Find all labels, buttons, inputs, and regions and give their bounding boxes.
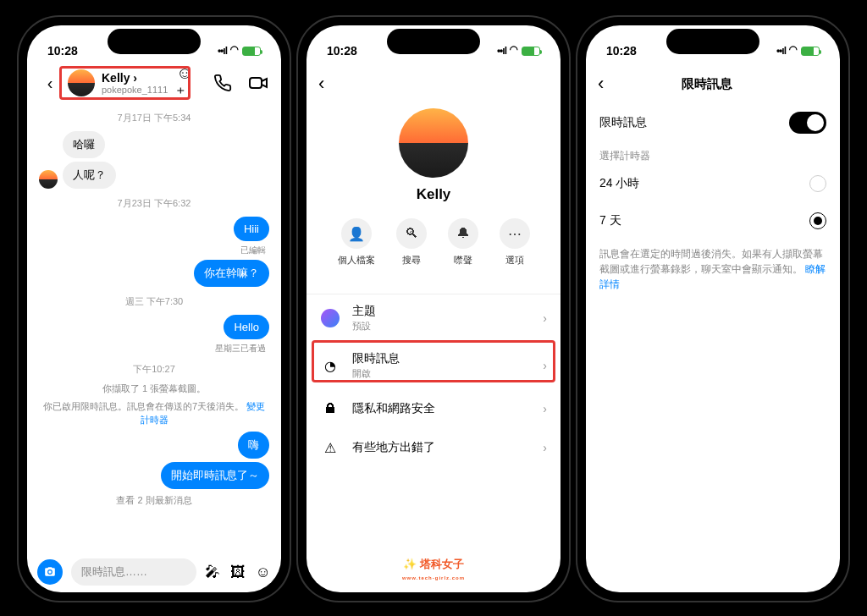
call-icon[interactable]	[212, 72, 234, 94]
wifi-icon	[230, 45, 239, 57]
chevron-right-icon: ›	[543, 441, 547, 454]
list-item-theme[interactable]: 主題預設 ›	[306, 294, 561, 342]
signal-icon	[497, 45, 506, 57]
unread-label: 查看 2 則最新消息	[39, 494, 269, 507]
helper-text: 訊息會在選定的時間過後消失。如果有人擷取螢幕截圖或進行螢幕錄影，聊天室中會顯示通…	[586, 239, 840, 299]
chevron-right-icon: ›	[543, 359, 547, 372]
list-item-privacy[interactable]: 🔒︎ 隱私和網路安全 ›	[306, 389, 561, 428]
svg-rect-0	[250, 78, 262, 88]
dynamic-island	[666, 29, 759, 54]
radio-button[interactable]	[809, 175, 826, 192]
profile-hero: Kelly 👤個人檔案 🔍︎搜尋 🔔︎噤聲 ⋯選項	[306, 102, 561, 294]
phone-mockup-3: 10:28 ‹ 限時訊息 限時訊息 選擇計時器 24 小時 7 天 訊息會在選定…	[577, 17, 848, 601]
toggle-switch[interactable]	[789, 112, 826, 134]
phone-mockup-1: 10:28 ‹ Kelly › pokepoke_1111 ☺⁺ 7月17日 下…	[19, 17, 290, 601]
user-icon: 👤	[341, 218, 372, 249]
timestamp: 週三 下午7:30	[39, 295, 269, 308]
chevron-right-icon: ›	[543, 402, 547, 415]
profile-name: Kelly	[318, 186, 549, 203]
chat-input-bar: 限時訊息…… 🎤︎ 🖼︎ ☺	[27, 552, 281, 592]
theme-icon	[321, 309, 340, 327]
timestamp: 7月23日 下午6:32	[39, 197, 269, 210]
search-icon: 🔍︎	[396, 218, 427, 249]
status-time: 10:28	[327, 44, 357, 58]
list-item-error[interactable]: ⚠ 有些地方出錯了 ›	[306, 428, 561, 467]
settings-header: ‹ 限時訊息	[586, 66, 840, 102]
msg-sent[interactable]: Hiii	[39, 217, 269, 241]
camera-button[interactable]	[37, 559, 63, 585]
sticker-icon[interactable]: ☺	[256, 564, 271, 581]
battery-icon	[522, 47, 540, 56]
action-profile[interactable]: 👤個人檔案	[338, 218, 375, 267]
option-label: 7 天	[599, 213, 621, 228]
msg-received[interactable]: 哈囉	[39, 131, 269, 158]
avatar	[39, 170, 58, 189]
battery-icon	[242, 47, 261, 56]
battery-icon	[801, 47, 820, 56]
system-message: 你擷取了 1 張螢幕截圖。	[39, 382, 269, 395]
warning-icon: ⚠	[320, 437, 340, 458]
action-row: 👤個人檔案 🔍︎搜尋 🔔︎噤聲 ⋯選項	[318, 218, 549, 282]
screen-settings: 10:28 ‹ 限時訊息 限時訊息 選擇計時器 24 小時 7 天 訊息會在選定…	[586, 25, 840, 592]
user-name: Kelly ›	[102, 71, 169, 85]
input-icons: 🎤︎ 🖼︎ ☺	[205, 564, 271, 581]
user-info[interactable]: Kelly › pokepoke_1111	[102, 71, 169, 95]
seen-label: 星期三已看過	[39, 343, 266, 355]
toggle-row[interactable]: 限時訊息	[586, 102, 840, 144]
chat-body[interactable]: 7月17日 下午5:34 哈囉 人呢？ 7月23日 下午6:32 Hiii 已編…	[27, 103, 281, 552]
header-actions: ☺⁺	[176, 72, 269, 94]
lock-icon: 🔒︎	[320, 399, 340, 419]
video-icon[interactable]	[247, 72, 269, 94]
section-label: 選擇計時器	[586, 144, 840, 165]
option-label: 24 小時	[599, 176, 639, 191]
mic-icon[interactable]: 🎤︎	[205, 564, 220, 581]
back-button[interactable]: ‹	[598, 73, 604, 95]
msg-received[interactable]: 人呢？	[39, 162, 269, 189]
image-icon[interactable]: 🖼︎	[230, 564, 246, 581]
back-icon[interactable]: ‹	[39, 72, 61, 94]
toggle-label: 限時訊息	[599, 115, 647, 130]
sticker-icon[interactable]: ☺⁺	[176, 72, 198, 94]
message-input[interactable]: 限時訊息……	[71, 558, 196, 586]
page-title: 限時訊息	[604, 76, 809, 92]
dynamic-island	[108, 29, 201, 54]
avatar[interactable]	[68, 69, 95, 96]
wifi-icon	[510, 45, 518, 57]
wifi-icon	[789, 45, 798, 57]
action-search[interactable]: 🔍︎搜尋	[396, 218, 427, 267]
radio-button-selected[interactable]	[809, 212, 826, 229]
msg-sent[interactable]: 嗨	[39, 432, 269, 459]
chat-header[interactable]: ‹ Kelly › pokepoke_1111 ☺⁺	[27, 66, 281, 103]
timer-icon: ◔	[320, 355, 340, 376]
edited-label: 已編輯	[39, 245, 266, 256]
signal-icon	[776, 45, 786, 57]
timestamp: 下午10:27	[39, 363, 269, 376]
chevron-right-icon: ›	[543, 311, 547, 325]
user-handle: pokepoke_1111	[102, 85, 169, 95]
list-item-disappearing[interactable]: ◔ 限時訊息開啟 ›	[306, 342, 561, 389]
back-button[interactable]: ‹	[318, 73, 324, 95]
avatar-large[interactable]	[399, 108, 468, 178]
settings-list: 主題預設 › ◔ 限時訊息開啟 › 🔒︎ 隱私和網路安全 › ⚠ 有些地方出錯了…	[306, 294, 561, 467]
action-options[interactable]: ⋯選項	[500, 218, 530, 267]
watermark: ✨ 塔科女子 www.tech-girlz.com	[402, 557, 465, 580]
status-icons	[218, 45, 261, 57]
msg-sent[interactable]: 開始即時訊息了～	[39, 462, 269, 489]
option-7d[interactable]: 7 天	[586, 202, 840, 239]
phone-mockup-2: 10:28 ‹ Kelly 👤個人檔案 🔍︎搜尋 🔔︎噤聲 ⋯選項 主題預	[298, 17, 569, 601]
option-24h[interactable]: 24 小時	[586, 165, 840, 202]
screen-profile: 10:28 ‹ Kelly 👤個人檔案 🔍︎搜尋 🔔︎噤聲 ⋯選項 主題預	[306, 25, 561, 592]
status-time: 10:28	[606, 44, 637, 58]
msg-sent[interactable]: Hello	[39, 315, 269, 339]
profile-header: ‹	[306, 66, 561, 102]
status-time: 10:28	[47, 44, 78, 58]
dynamic-island	[387, 29, 480, 54]
msg-sent[interactable]: 你在幹嘛？	[39, 260, 269, 287]
bell-icon: 🔔︎	[448, 218, 478, 249]
signal-icon	[218, 45, 227, 57]
system-message: 你已啟用限時訊息。訊息會在傳送的7天後消失。 變更計時器	[39, 400, 269, 426]
screen-chat: 10:28 ‹ Kelly › pokepoke_1111 ☺⁺ 7月17日 下…	[27, 25, 281, 592]
action-mute[interactable]: 🔔︎噤聲	[448, 218, 478, 267]
status-icons	[497, 45, 540, 57]
status-icons	[776, 45, 820, 57]
